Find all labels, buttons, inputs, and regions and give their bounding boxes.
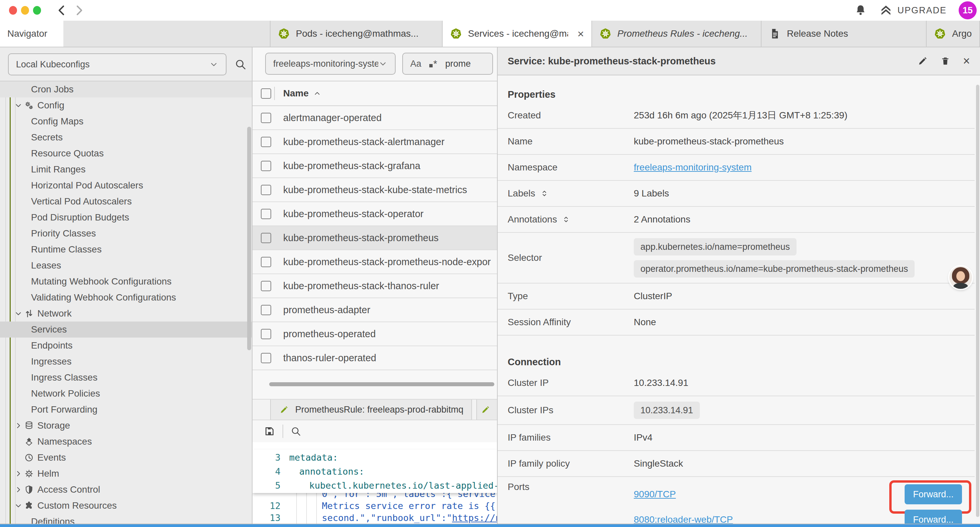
row-checkbox[interactable] — [261, 353, 271, 363]
sidebar-item-storage[interactable]: Storage — [0, 417, 252, 434]
horizontal-scrollbar[interactable] — [269, 382, 494, 386]
puzzle-icon-slot — [24, 501, 37, 511]
forward-button[interactable] — [72, 4, 85, 18]
row-checkbox[interactable] — [261, 209, 271, 219]
sidebar-item-namespaces[interactable]: Namespaces — [0, 434, 252, 450]
expander-icon-wrap[interactable] — [540, 189, 549, 198]
sidebar-item-custom-resources[interactable]: Custom Resources — [0, 498, 252, 514]
sidebar-item-ingresses[interactable]: Ingresses — [0, 353, 252, 369]
notification-count-badge[interactable]: 15 — [959, 2, 977, 19]
sidebar-item-cron-jobs[interactable]: Cron Jobs — [0, 81, 252, 97]
table-row-kube-prometheus-stack-thanos-ruler[interactable]: kube-prometheus-stack-thanos-ruler — [253, 274, 497, 298]
sidebar-item-priority-classes[interactable]: Priority Classes — [0, 226, 252, 242]
row-checkbox[interactable] — [261, 305, 271, 315]
sidebar-item-mutating-webhook-configurations[interactable]: Mutating Webhook Configurations — [0, 274, 252, 290]
table-row-kube-prometheus-stack-operator[interactable]: kube-prometheus-stack-operator — [253, 202, 497, 226]
sidebar-item-config-maps[interactable]: Config Maps — [0, 113, 252, 129]
delete-trash-icon[interactable] — [940, 56, 950, 66]
row-checkbox[interactable] — [261, 281, 271, 291]
sidebar-item-pod-disruption-budgets[interactable]: Pod Disruption Budgets — [0, 209, 252, 226]
row-checkbox[interactable] — [261, 137, 271, 147]
code-link[interactable]: https://net — [452, 513, 497, 523]
forward-button[interactable]: Forward... — [905, 509, 962, 524]
line-number: 4 — [253, 466, 280, 477]
sidebar-item-resource-quotas[interactable]: Resource Quotas — [0, 145, 252, 161]
table-row-alertmanager-operated[interactable]: alertmanager-operated — [253, 106, 497, 130]
row-checkbox[interactable] — [261, 161, 271, 171]
close-icon[interactable]: × — [963, 54, 970, 68]
sidebar-item-helm[interactable]: Helm — [0, 466, 252, 482]
row-checkbox[interactable] — [261, 329, 271, 339]
sidebar-item-port-forwarding[interactable]: Port Forwarding — [0, 401, 252, 417]
sidebar-item-horizontal-pod-autoscalers[interactable]: Horizontal Pod Autoscalers — [0, 177, 252, 193]
zoom-window-button[interactable] — [33, 6, 41, 15]
kubeconfig-selector[interactable]: Local Kubeconfigs — [8, 53, 226, 75]
back-button[interactable] — [56, 4, 69, 18]
sidebar-item-ingress-classes[interactable]: Ingress Classes — [0, 369, 252, 385]
sidebar-item-services[interactable]: Services — [0, 322, 252, 338]
shield-icon — [24, 485, 34, 495]
port-link[interactable]: 8080:reloader-web/TCP — [634, 514, 733, 524]
edit-pencil-icon[interactable] — [918, 56, 928, 66]
detail-value: 253d 16h 6m ago (2025年1月13日 GMT+8 1:25:3… — [634, 109, 848, 122]
table-row-prometheus-adapter[interactable]: prometheus-adapter — [253, 298, 497, 322]
sidebar-item-config[interactable]: Config — [0, 97, 252, 113]
navigator-search-icon[interactable] — [234, 58, 247, 70]
sidebar-item-vertical-pod-autoscalers[interactable]: Vertical Pod Autoscalers — [0, 193, 252, 209]
tab-argo-se[interactable]: Argo Se — [927, 21, 980, 47]
row-checkbox[interactable] — [261, 113, 271, 123]
sidebar-item-validating-webhook-configurations[interactable]: Validating Webhook Configurations — [0, 290, 252, 306]
row-checkbox[interactable] — [261, 233, 271, 243]
match-case-toggle[interactable]: Aa — [410, 59, 421, 69]
namespace-selector[interactable]: freeleaps-monitoring-system — [265, 53, 396, 75]
navigator-scrollbar[interactable] — [247, 127, 251, 350]
tab-prometheus-rules-icecheng[interactable]: Prometheus Rules - icecheng... — [592, 21, 762, 47]
table-row-thanos-ruler-operated[interactable]: thanos-ruler-operated — [253, 346, 497, 370]
table-row-kube-prometheus-stack-grafana[interactable]: kube-prometheus-stack-grafana — [253, 154, 497, 178]
sidebar-item-network[interactable]: Network — [0, 306, 252, 322]
notifications-bell-icon[interactable] — [854, 4, 867, 17]
save-icon[interactable] — [264, 426, 275, 437]
yaml-editor[interactable]: 0","for":"5m","labels":{"service":"12Met… — [253, 442, 497, 524]
sidebar-item-leases[interactable]: Leases — [0, 258, 252, 274]
editor-tab-partial[interactable] — [476, 400, 497, 420]
sidebar-item-network-policies[interactable]: Network Policies — [0, 385, 252, 401]
chevron-down-icon — [378, 59, 388, 68]
row-checkbox[interactable] — [261, 257, 271, 267]
sidebar-item-endpoints[interactable]: Endpoints — [0, 338, 252, 353]
navigator-panel-tab[interactable]: Navigator — [0, 21, 64, 47]
upgrade-button[interactable]: UPGRADE — [879, 4, 947, 17]
namespace-link[interactable]: freeleaps-monitoring-system — [634, 162, 751, 173]
tab-release-notes[interactable]: Release Notes — [762, 21, 927, 47]
expander-icon-wrap[interactable] — [562, 215, 570, 224]
sidebar-item-access-control[interactable]: Access Control — [0, 482, 252, 498]
row-checkbox[interactable] — [261, 185, 271, 195]
sidebar-item-secrets[interactable]: Secrets — [0, 129, 252, 145]
select-all-checkbox[interactable] — [261, 88, 271, 99]
details-scrollbar[interactable] — [976, 85, 979, 517]
table-row-kube-prometheus-stack-alertmanager[interactable]: kube-prometheus-stack-alertmanager — [253, 130, 497, 154]
sidebar-item-events[interactable]: Events — [0, 450, 252, 466]
sidebar-item-definitions[interactable]: Definitions — [0, 514, 252, 524]
editor-tab-prometheusrule[interactable]: PrometheusRule: freeleaps-prod-rabbitmq — [270, 400, 472, 420]
minimize-window-button[interactable] — [21, 6, 29, 15]
table-row-kube-prometheus-stack-prometheus-node-expor[interactable]: kube-prometheus-stack-prometheus-node-ex… — [253, 250, 497, 274]
sidebar-item-limit-ranges[interactable]: Limit Ranges — [0, 161, 252, 177]
search-input[interactable]: Aa * prome — [402, 53, 493, 75]
tab-services-icecheng-math[interactable]: Services - icecheng@math...× — [442, 21, 592, 47]
table-row-kube-prometheus-stack-kube-state-metrics[interactable]: kube-prometheus-stack-kube-state-metrics — [253, 178, 497, 202]
tab-pods-icecheng-mathmas[interactable]: Pods - icecheng@mathmas... — [270, 21, 442, 47]
chevron-down-icon — [209, 60, 218, 69]
port-link[interactable]: 9090/TCP — [634, 489, 676, 500]
close-tab-icon[interactable]: × — [578, 27, 584, 40]
close-window-button[interactable] — [9, 6, 17, 15]
sidebar-item-runtime-classes[interactable]: Runtime Classes — [0, 242, 252, 258]
table-row-prometheus-operated[interactable]: prometheus-operated — [253, 322, 497, 346]
table-row-kube-prometheus-stack-prometheus[interactable]: kube-prometheus-stack-prometheus — [253, 226, 497, 250]
avatar[interactable] — [949, 266, 972, 289]
editor-search-icon[interactable] — [291, 426, 301, 436]
regex-toggle[interactable]: * — [429, 59, 437, 68]
name-column-header[interactable]: Name — [283, 88, 321, 99]
tab-label: Pods - icecheng@mathmas... — [296, 29, 418, 39]
service-name: kube-prometheus-stack-operator — [283, 209, 424, 220]
